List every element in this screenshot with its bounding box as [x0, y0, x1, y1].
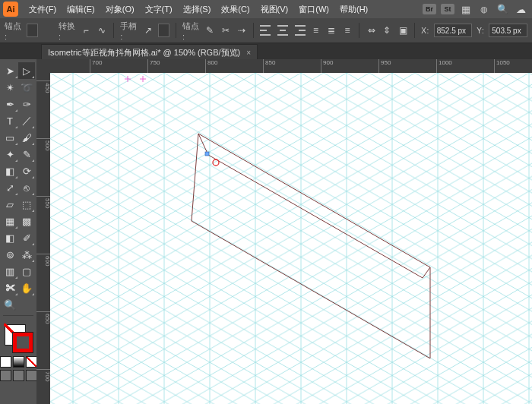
ruler-corner: [36, 59, 51, 74]
x-value-field[interactable]: 852.5 px: [434, 24, 473, 37]
fill-stroke-swatch[interactable]: [3, 323, 33, 353]
document-tab-close-icon[interactable]: ×: [246, 49, 251, 57]
mesh-tool[interactable]: ▩: [18, 213, 35, 229]
align-middle-icon[interactable]: ≣: [326, 24, 337, 37]
bridge-badge[interactable]: Br: [422, 2, 437, 17]
search-icon[interactable]: 🔍: [495, 2, 510, 17]
ruler-horizontal[interactable]: 70075080085090095010001050: [50, 59, 532, 74]
align-center-icon[interactable]: [277, 24, 289, 37]
ruler-v-tick: 650: [36, 311, 50, 324]
isometric-grid: [50, 73, 532, 404]
line-tool[interactable]: ／: [18, 112, 35, 129]
screen-mode-full[interactable]: [13, 370, 24, 381]
column-graph-tool[interactable]: ▥: [2, 263, 18, 279]
shape-builder-tool[interactable]: ⬚: [18, 196, 35, 213]
blank-tool: [18, 296, 35, 313]
menu-window[interactable]: 窗口(W): [294, 2, 334, 17]
handle-slot[interactable]: [158, 24, 169, 37]
rectangle-tool[interactable]: ▭: [2, 129, 18, 146]
color-mode-buttons: [0, 356, 38, 368]
perspective-tool[interactable]: ▦: [2, 213, 18, 229]
blend-tool[interactable]: ⊚: [2, 246, 18, 263]
handle-label: 手柄 :: [120, 21, 138, 41]
eyedropper-tool[interactable]: ✐: [18, 229, 35, 246]
connect-anchor-icon[interactable]: ⇢: [236, 24, 248, 37]
document-tab-bar: Isometric等距视角抖角网格.ai* @ 150% (RGB/预览) ×: [0, 43, 532, 60]
shaper-tool[interactable]: ✦: [2, 146, 18, 163]
ruler-h-tick: 700: [90, 59, 102, 73]
document-tab[interactable]: Isometric等距视角抖角网格.ai* @ 150% (RGB/预览) ×: [41, 44, 258, 60]
slice-tool[interactable]: ✀: [2, 279, 18, 296]
symbol-sprayer-tool[interactable]: ⁂: [18, 246, 35, 263]
canvas-svg: [50, 73, 532, 404]
stock-badge[interactable]: St: [440, 2, 455, 17]
rotate-tool[interactable]: ⟳: [18, 163, 35, 179]
convert-corner-icon[interactable]: ⌐: [81, 24, 92, 37]
menu-type[interactable]: 文字(T): [141, 2, 177, 17]
selection-tool[interactable]: ➤: [2, 62, 18, 79]
align-left-icon[interactable]: [260, 24, 272, 37]
pencil-tool[interactable]: ✎: [18, 146, 35, 163]
gpu-icon[interactable]: ◍: [477, 2, 492, 17]
screen-mode-normal[interactable]: [0, 370, 11, 381]
menu-object[interactable]: 对象(O): [101, 2, 139, 17]
hand-tool[interactable]: ✋: [18, 279, 35, 296]
color-mode-none[interactable]: [26, 356, 37, 368]
color-mode-solid[interactable]: [0, 356, 11, 368]
anchor-point-handle[interactable]: [205, 152, 209, 156]
ruler-h-tick: 1050: [494, 59, 510, 73]
lasso-tool[interactable]: ➰: [18, 79, 35, 96]
align-bottom-icon[interactable]: ≡: [342, 24, 353, 37]
remove-anchor-icon[interactable]: ✎: [204, 24, 216, 37]
menu-bar: Ai 文件(F) 编辑(E) 对象(O) 文字(T) 选择(S) 效果(C) 视…: [0, 0, 532, 18]
ruler-v-tick: 450: [36, 80, 50, 93]
zoom-tool[interactable]: 🔍: [2, 296, 18, 313]
control-bar: 锚点 : 转换 : ⌐ ∿ 手柄 : ↗ 锚点 : ✎ ✂ ⇢ ≡ ≣ ≡ ⇔ …: [0, 18, 532, 43]
x-label: X:: [421, 27, 429, 35]
align-right-icon[interactable]: [293, 24, 306, 37]
stroke-color-swatch[interactable]: [12, 332, 33, 353]
menu-help[interactable]: 帮助(H): [335, 2, 372, 17]
anchor-slot[interactable]: [27, 24, 38, 37]
align-top-icon[interactable]: ≡: [310, 24, 321, 37]
eraser-tool[interactable]: ◧: [2, 163, 18, 179]
direct-selection-tool[interactable]: ▷: [18, 62, 35, 79]
ruler-h-tick: 800: [205, 59, 217, 73]
cut-path-icon[interactable]: ✂: [220, 24, 232, 37]
scale-tool[interactable]: ⤢: [2, 179, 18, 196]
type-tool[interactable]: T: [2, 112, 18, 129]
artboard-tool[interactable]: ▢: [18, 263, 35, 279]
y-value-field[interactable]: 503.5 px: [489, 24, 527, 37]
magic-wand-tool[interactable]: ✴: [2, 79, 18, 96]
menu-edit[interactable]: 编辑(E): [62, 2, 100, 17]
menu-view[interactable]: 视图(V): [256, 2, 293, 17]
ruler-v-tick: 500: [36, 138, 50, 150]
workspace: ➤▷ ✴➰ ✒✑ T／ ▭🖌 ✦✎ ◧⟳ ⤢⎋ ▱⬚ ▦▩ ◧✐ ⊚⁂ ▥▢ ✀…: [0, 59, 532, 404]
handle-show-icon[interactable]: ↗: [142, 24, 154, 37]
menu-select[interactable]: 选择(S): [179, 2, 216, 17]
ruler-vertical[interactable]: 450500550600650700750: [36, 73, 51, 404]
artboard[interactable]: [50, 73, 532, 404]
convert-label: 转换 :: [59, 21, 76, 41]
gradient-tool[interactable]: ◧: [2, 229, 18, 246]
color-mode-gradient[interactable]: [13, 356, 24, 368]
width-tool[interactable]: ⎋: [18, 179, 35, 196]
isolate-icon[interactable]: ▣: [397, 24, 409, 37]
convert-smooth-icon[interactable]: ∿: [97, 24, 108, 37]
distribute-h-icon[interactable]: ⇔: [366, 24, 377, 37]
ruler-h-tick: 750: [147, 59, 160, 73]
arrange-docs-icon[interactable]: ▦: [458, 2, 473, 17]
menu-file[interactable]: 文件(F): [24, 2, 61, 17]
free-transform-tool[interactable]: ▱: [2, 196, 18, 213]
ruler-v-tick: 700: [36, 369, 50, 381]
ruler-h-tick: 950: [378, 59, 391, 73]
distribute-v-icon[interactable]: ⇕: [382, 24, 393, 37]
ruler-v-tick: 550: [36, 196, 50, 208]
screen-mode-presentation[interactable]: [26, 370, 37, 381]
pen-tool[interactable]: ✒: [2, 96, 18, 112]
ruler-v-tick: 600: [36, 254, 50, 266]
paintbrush-tool[interactable]: 🖌: [18, 129, 35, 146]
curvature-tool[interactable]: ✑: [18, 96, 35, 112]
cloud-sync-icon[interactable]: ☁: [513, 2, 528, 17]
menu-effect[interactable]: 效果(C): [217, 2, 254, 17]
